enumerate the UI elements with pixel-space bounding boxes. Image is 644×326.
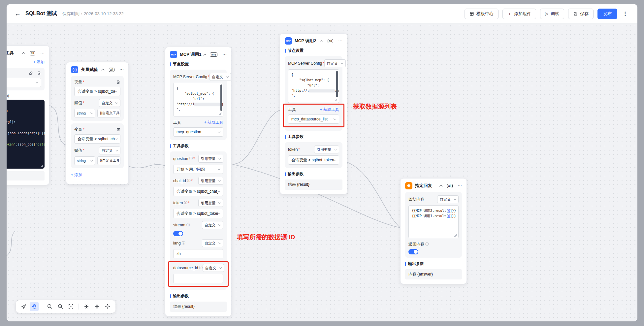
sparkle-icon[interactable] — [103, 302, 112, 311]
chevron-down-icon — [334, 117, 336, 120]
param-mode-select[interactable]: 自定义 — [202, 221, 223, 229]
node-more-icon[interactable]: ⋯ — [40, 51, 45, 55]
param-value-select[interactable]: 会话变量 > sqlbot_token — [173, 209, 223, 218]
mcp1-params-card: questionⓘ* 引用变量 开始 > 用户问题 chat_idⓘ* 引用变量… — [170, 151, 227, 290]
python-code-block[interactable]: import json def main(arg1): json_obj = j… — [7, 100, 45, 169]
scrollbar-thumb[interactable] — [220, 84, 222, 111]
info-icon: ⓘ — [186, 223, 190, 227]
resize-handle-icon[interactable] — [454, 234, 457, 237]
node-badge: all — [109, 68, 114, 72]
return-content-toggle[interactable] — [408, 249, 418, 254]
play-icon: ▷ — [545, 11, 548, 16]
annotation-box-tool-select: 工具 + 获取工具 mcp_datasource_list — [283, 104, 344, 127]
collapse-icon[interactable] — [439, 184, 442, 188]
collapse-icon[interactable] — [203, 54, 206, 56]
scrollbar-thumb[interactable] — [336, 71, 338, 97]
zoom-out-icon[interactable] — [45, 302, 54, 311]
pointer-tool-icon[interactable] — [19, 302, 28, 311]
node-more-icon[interactable]: ⋯ — [222, 53, 227, 56]
chevron-down-icon — [219, 266, 222, 269]
param-question: questionⓘ* 引用变量 开始 > 用户问题 — [173, 155, 223, 174]
expression-input[interactable]: {{自定义工具.result.to — [97, 109, 120, 117]
annotation-fill-datasource-id: 填写所需的数据源 ID — [237, 233, 295, 242]
stream-toggle[interactable] — [173, 231, 183, 236]
param-token: token* 引用变量 会话变量 > sqlbot_token — [288, 146, 339, 165]
info-icon: ⓘ — [182, 241, 185, 245]
variable-select[interactable]: 会话变量 > sqlbot_chat_id — [74, 134, 120, 144]
expression-input[interactable]: {{自定义工具.result.ch — [97, 156, 120, 165]
get-tools-link[interactable]: + 获取工具 — [320, 107, 339, 113]
param-token: tokenⓘ* 引用变量 会话变量 > sqlbot_token — [173, 199, 223, 218]
param-mode-select[interactable]: 引用变量 — [198, 199, 223, 207]
collapse-icon[interactable] — [101, 68, 104, 72]
type-select[interactable]: string — [74, 156, 95, 165]
param-mode-select[interactable]: 自定义 — [203, 264, 224, 272]
chevron-down-icon — [90, 159, 93, 161]
delete-icon[interactable] — [37, 71, 41, 75]
assign-mode-select[interactable]: 自定义 — [99, 99, 120, 107]
lang-input[interactable]: zh — [173, 249, 223, 258]
mcp-config-card: MCP Server Config* 自定义 { "sqlbot_mcp": {… — [285, 56, 342, 131]
chevron-down-icon — [218, 201, 221, 204]
resize-handle-icon[interactable] — [219, 112, 222, 115]
section-tool-params: 工具参数 — [173, 143, 189, 149]
back-arrow-icon[interactable]: ← — [15, 10, 21, 17]
delete-icon[interactable] — [116, 80, 120, 84]
node-more-icon[interactable]: ⋯ — [458, 184, 462, 187]
align-compress-vertical-icon[interactable] — [82, 302, 91, 311]
node-badge: all — [447, 184, 453, 188]
zoom-in-icon[interactable] — [56, 302, 65, 311]
collapse-icon[interactable] — [320, 40, 323, 43]
node-variable-assign[interactable]: {=} 变量赋值 all ⋯ 变量* 会话变量 > sqlbot_token — [66, 62, 129, 184]
param-mode-select[interactable]: 引用变量 — [314, 146, 339, 153]
mcp-config-textarea[interactable]: { "sqlbot_mcp": { "url": "http://1cp ", — [173, 83, 223, 116]
param-value-select[interactable]: 开始 > 用户问题 — [173, 165, 223, 174]
add-link[interactable]: + 添加 — [71, 172, 82, 178]
redacted-url — [309, 89, 335, 92]
node-more-icon[interactable]: ⋯ — [338, 39, 342, 43]
reply-content-textarea[interactable]: {{MCP 调用2.result[0]}} {{MCP 调用1.result[0… — [408, 205, 459, 238]
hand-tool-icon[interactable] — [30, 302, 39, 311]
param-mode-select[interactable]: 自定义 — [202, 239, 223, 247]
resize-handle-icon[interactable] — [40, 165, 43, 168]
align-expand-vertical-icon[interactable] — [92, 302, 102, 311]
edit-icon[interactable] — [29, 71, 33, 75]
type-select[interactable]: string — [74, 109, 95, 117]
param-value-select[interactable]: 会话变量 > sqlbot_token — [288, 155, 339, 165]
variable-select[interactable]: 会话变量 > sqlbot_token — [74, 87, 120, 96]
assign-mode-select[interactable]: 自定义 — [99, 147, 120, 154]
node-specified-reply[interactable]: 指定回复 all ⋯ 回复内容 自定义 {{MCP 调用2.result[0]}… — [400, 178, 467, 284]
add-link[interactable]: + 添加 — [33, 59, 45, 65]
tool-select[interactable]: mcp_datasource_list — [288, 114, 339, 124]
node-more-icon[interactable]: ⋯ — [119, 68, 124, 71]
template-center-button[interactable]: 模板中心 — [465, 9, 499, 19]
node-title: 自定义工具 — [7, 50, 20, 56]
param-mode-select[interactable]: 引用变量 — [198, 177, 223, 185]
publish-button[interactable]: 发布 — [597, 9, 617, 19]
node-mcp-call-2[interactable]: MCP MCP 调用2 all ⋯ 节点设置 MCP Server Config… — [280, 33, 347, 194]
config-mode-select[interactable]: 自定义 — [324, 59, 346, 67]
collapse-icon[interactable] — [22, 52, 25, 55]
template-icon — [469, 12, 474, 16]
node-custom-tool[interactable]: </> 自定义工具 all ⋯ + 添加 结果 — [7, 46, 49, 185]
mcp-config-textarea[interactable]: { "sqlbot_mcp": { "url": "http://:/mcp "… — [288, 69, 339, 103]
add-component-button[interactable]: ＋ 添加组件 — [502, 9, 536, 19]
fit-view-icon[interactable] — [66, 302, 76, 311]
tool-select[interactable]: mcp_question — [173, 127, 223, 137]
config-mode-select[interactable]: 自定义 — [209, 73, 231, 81]
debug-button[interactable]: ▷ 调试 — [540, 9, 564, 19]
flow-canvas[interactable]: </> 自定义工具 all ⋯ + 添加 结果 — [7, 24, 637, 321]
get-tools-link[interactable]: + 获取工具 — [204, 120, 223, 125]
result-select[interactable]: 结果 — [7, 78, 41, 87]
resize-handle-icon[interactable] — [335, 99, 338, 102]
param-value-select[interactable]: 会话变量 > sqlbot_chat_id — [173, 187, 223, 196]
wire-mcp1-to-mcp2 — [232, 110, 280, 164]
more-menu-icon[interactable]: ⋮ — [621, 9, 629, 18]
node-mcp-call-1[interactable]: MCP MCP 调用1 any ⋯ 节点设置 MCP Server Config… — [165, 47, 232, 316]
content-mode-select[interactable]: 自定义 — [437, 195, 459, 203]
save-button[interactable]: 保存 — [568, 9, 594, 19]
datasource-id-input[interactable] — [173, 274, 223, 283]
delete-icon[interactable] — [116, 127, 120, 132]
chevron-down-icon — [334, 147, 337, 150]
param-mode-select[interactable]: 引用变量 — [198, 155, 223, 163]
